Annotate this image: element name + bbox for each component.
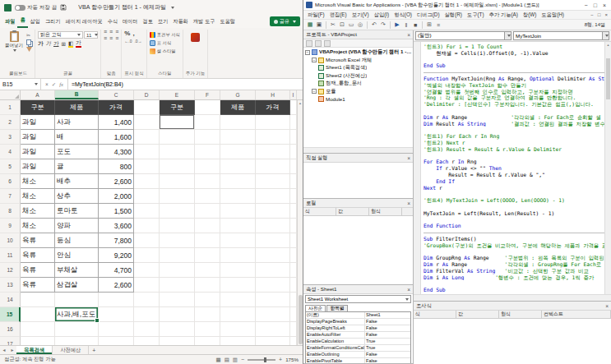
cell-H7[interactable] <box>256 189 290 204</box>
property-row[interactable]: EnablePivotTableFalse <box>306 358 410 363</box>
cell-I9[interactable] <box>290 219 297 233</box>
cell-A1[interactable]: 구분 <box>21 100 55 115</box>
cell-I4[interactable] <box>290 145 297 159</box>
cell-B13[interactable]: 삼겹살 <box>55 278 99 293</box>
cell-D5[interactable] <box>134 159 160 174</box>
vba-paste-icon[interactable]: ▭ <box>347 21 355 29</box>
col-header-B[interactable]: B <box>55 90 99 99</box>
cell-E1[interactable]: 구분 <box>160 100 195 115</box>
cell-I2[interactable] <box>290 115 297 130</box>
cell-C9[interactable]: 3,600 <box>99 219 134 233</box>
cell-F12[interactable] <box>195 263 220 278</box>
cell-A5[interactable]: 과일 <box>21 159 55 174</box>
code-line-11[interactable] <box>424 108 604 114</box>
code-line-1[interactable]: '힌트3) For i = 1 To Count <box>424 44 604 50</box>
run-macro-icon[interactable]: ▶ <box>393 21 401 29</box>
code-line-39[interactable]: End Sub <box>424 287 604 293</box>
cell-I1[interactable] <box>290 100 297 115</box>
cell-F8[interactable] <box>195 204 220 219</box>
cell-D3[interactable] <box>134 130 160 145</box>
tab-file[interactable]: 파일 <box>2 16 17 28</box>
cell-G8[interactable] <box>220 204 256 219</box>
cell-I15[interactable] <box>290 307 297 322</box>
cell-H11[interactable] <box>256 248 290 263</box>
property-row[interactable]: EnableCalculationTrue <box>306 339 410 345</box>
zoom-slider[interactable] <box>248 359 275 361</box>
cell-C12[interactable]: 4,700 <box>99 263 134 278</box>
code-horizontal-scrollbar[interactable] <box>414 294 611 301</box>
increase-decimal-icon[interactable]: ←.0 <box>124 39 132 44</box>
code-line-34[interactable]: Dim GroupRng As Range '구분범위 : 왼쪽 목록의 구분이… <box>424 255 604 261</box>
format-painter-icon[interactable] <box>26 47 32 52</box>
document-title[interactable]: VBA 함수만들기 챕터 1 - 예제파일 <box>78 3 166 12</box>
font-color-button[interactable]: 가 <box>76 40 81 48</box>
break-icon[interactable]: ‖ <box>402 21 410 29</box>
code-line-10[interactable]: 'Delimiter : [선택인수] 구분자입니다. 기본값은 쉼표(,)입니… <box>424 101 604 108</box>
code-line-26[interactable] <box>424 204 604 210</box>
cell-D2[interactable] <box>134 115 160 130</box>
properties-tab-alphabetic[interactable]: 사전순 <box>305 305 326 311</box>
row-header-10[interactable]: 10 <box>0 233 21 248</box>
cell-I12[interactable] <box>290 263 297 278</box>
procedure-select[interactable]: MyTextJoin <box>513 31 609 40</box>
cell-F1[interactable] <box>195 100 220 115</box>
cell-F2[interactable] <box>195 115 220 130</box>
menu-tools[interactable]: 도구(T) <box>465 12 487 19</box>
property-row[interactable]: (이름)Sheet1 <box>306 312 410 319</box>
cell-C6[interactable]: 2,600 <box>99 174 134 189</box>
code-line-24[interactable] <box>424 191 604 197</box>
row-header-7[interactable]: 7 <box>0 189 21 204</box>
expander-icon[interactable]: − <box>312 58 317 62</box>
cell-E4[interactable] <box>160 145 195 159</box>
cell-E16[interactable] <box>160 322 195 337</box>
cell-A3[interactable]: 과일 <box>21 130 55 145</box>
cell-F16[interactable] <box>195 322 220 337</box>
code-line-15[interactable]: '힌트1) For Each r In Rng <box>424 133 604 140</box>
row-header-6[interactable]: 6 <box>0 174 21 189</box>
col-header-G[interactable]: G <box>220 90 256 99</box>
code-line-20[interactable]: If r.Value <> "" Then <box>424 165 604 172</box>
code-line-33[interactable] <box>424 249 604 256</box>
code-line-14[interactable] <box>424 127 604 133</box>
tab-developer[interactable]: 개발 도구 <box>191 16 217 28</box>
tree-item-6[interactable]: Module1 <box>303 95 413 104</box>
cell-D16[interactable] <box>134 322 160 337</box>
tab-view[interactable]: 보기 <box>155 16 170 28</box>
row-header-3[interactable]: 3 <box>0 130 21 145</box>
cell-G10[interactable] <box>220 233 256 248</box>
cell-A7[interactable]: 채소 <box>21 189 55 204</box>
cell-H1[interactable]: 가격 <box>256 100 290 115</box>
autosave-switch[interactable] <box>15 5 25 11</box>
cell-I7[interactable] <box>290 189 297 204</box>
copy-icon[interactable] <box>26 39 31 45</box>
undo-icon[interactable]: ↶ <box>370 21 378 29</box>
cell-B10[interactable]: 등심 <box>55 233 99 248</box>
code-margin-indicator-bar[interactable] <box>414 42 421 294</box>
grid-vertical-scrollbar[interactable]: ▲ <box>297 100 303 345</box>
row-header-16[interactable]: 16 <box>0 322 21 337</box>
tab-data[interactable]: 데이터 <box>120 16 141 28</box>
row-header-5[interactable]: 5 <box>0 159 21 174</box>
cell-E8[interactable] <box>160 204 195 219</box>
select-all-corner[interactable] <box>0 90 21 99</box>
cell-D4[interactable] <box>134 145 160 159</box>
cell-F7[interactable] <box>195 189 220 204</box>
formula-input[interactable]: =MyTextJoin(B2:B4) <box>68 79 303 90</box>
row-header-1[interactable]: 1 <box>0 100 21 115</box>
cell-H3[interactable] <box>256 130 290 145</box>
cell-D8[interactable] <box>134 204 160 219</box>
cell-G17[interactable] <box>220 337 256 345</box>
toggle-folders-icon[interactable] <box>324 40 331 47</box>
accessibility-status[interactable]: 접근성: 계속 진행 가능 <box>4 356 56 363</box>
close-button[interactable]: × <box>603 2 606 8</box>
cell-A17[interactable] <box>21 337 55 345</box>
cell-B11[interactable]: 안심 <box>55 248 99 263</box>
tree-item-2[interactable]: Sheet1 (목록검색) <box>303 64 413 72</box>
conditional-formatting-button[interactable]: 조건부 서식 <box>150 31 180 38</box>
code-line-9[interactable]: 'Rng : 각 셀의 값을 구분자로 연결하여 결과를 반환합니다. <box>424 94 604 101</box>
code-line-13[interactable]: Dim Result As String '결과값 : 연결된 결과를 저장할 … <box>424 121 604 127</box>
cell-A13[interactable]: 육류 <box>21 278 55 293</box>
share-button[interactable]: 공유 <box>270 16 300 26</box>
cell-A2[interactable]: 과일 <box>21 115 55 130</box>
property-row[interactable]: EnableFormatConditionsCalculationTrue <box>306 345 410 352</box>
